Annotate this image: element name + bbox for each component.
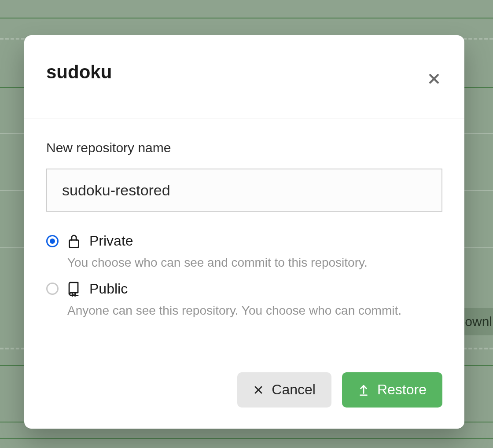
- restore-button[interactable]: Restore: [342, 372, 442, 408]
- modal-body: New repository name Private You choose w…: [24, 118, 464, 351]
- cancel-button[interactable]: Cancel: [237, 372, 331, 408]
- repo-icon: [66, 281, 81, 296]
- visibility-radio-group: Private You choose who can see and commi…: [46, 233, 442, 319]
- restore-repository-modal: sudoku New repository name Private: [24, 35, 464, 429]
- close-button[interactable]: [423, 68, 445, 89]
- public-description: Anyone can see this repository. You choo…: [67, 302, 442, 319]
- visibility-option-public[interactable]: Public: [46, 281, 442, 297]
- public-label: Public: [89, 281, 128, 297]
- private-description: You choose who can see and commit to thi…: [67, 254, 442, 271]
- modal-header: sudoku: [24, 35, 464, 118]
- upload-icon: [358, 384, 369, 396]
- close-icon: [427, 72, 441, 85]
- restore-button-label: Restore: [377, 382, 427, 398]
- repository-name-input[interactable]: [46, 169, 442, 212]
- visibility-option-private[interactable]: Private: [46, 233, 442, 249]
- modal-footer: Cancel Restore: [24, 351, 464, 429]
- private-label: Private: [89, 233, 133, 249]
- x-icon: [253, 385, 264, 395]
- radio-private[interactable]: [46, 235, 59, 247]
- name-field-label: New repository name: [46, 140, 442, 155]
- cancel-button-label: Cancel: [272, 382, 316, 398]
- svg-rect-2: [70, 240, 79, 247]
- lock-icon: [66, 234, 81, 249]
- modal-title: sudoku: [46, 62, 442, 83]
- radio-public[interactable]: [46, 283, 59, 295]
